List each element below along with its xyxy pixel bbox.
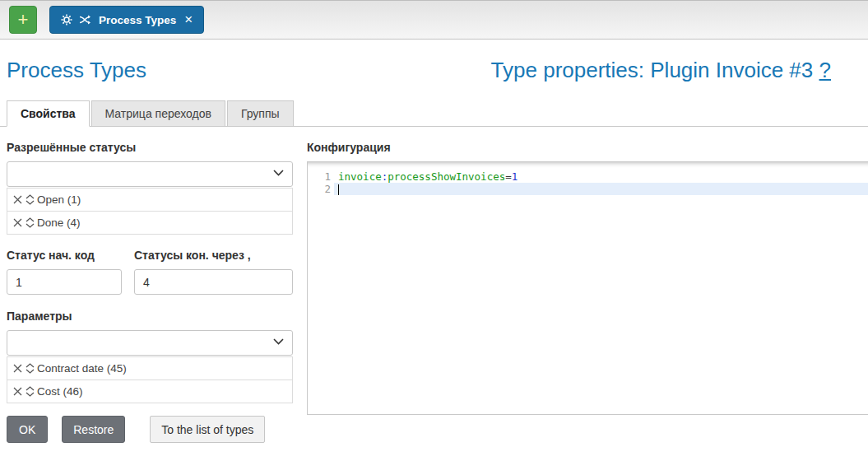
code-line: 1 invoice:processShowInvoices=1 xyxy=(308,170,868,183)
start-status-input[interactable] xyxy=(7,269,122,295)
list-item: Done (4) xyxy=(7,211,293,235)
restore-button[interactable]: Restore xyxy=(62,416,125,443)
shuffle-icon[interactable] xyxy=(79,15,92,25)
code-line-active: 2 xyxy=(308,183,868,195)
tab-transition-matrix[interactable]: Матрица переходов xyxy=(91,100,225,127)
parameters-list: Contract date (45) Cost (46) xyxy=(7,356,293,403)
text-cursor xyxy=(338,184,339,195)
properties-form: Разрешённые статусы Open (1) xyxy=(7,141,293,443)
allowed-statuses-label: Разрешённые статусы xyxy=(7,141,293,154)
remove-icon[interactable] xyxy=(12,194,23,205)
remove-icon[interactable] xyxy=(12,363,23,374)
reorder-handle[interactable] xyxy=(26,363,35,374)
end-statuses-label: Статусы кон. через , xyxy=(134,249,293,262)
code-line-content xyxy=(334,183,868,195)
type-properties-title: Type properties: Plugin Invoice #3 ? xyxy=(491,58,831,83)
main-content: Разрешённые статусы Open (1) xyxy=(0,141,868,443)
list-item: Cost (46) xyxy=(7,380,293,403)
help-link[interactable]: ? xyxy=(819,58,831,82)
process-types-window-tab[interactable]: Process Types × xyxy=(49,6,204,34)
list-item-label: Open (1) xyxy=(37,193,81,206)
allowed-statuses-select[interactable] xyxy=(7,161,293,187)
list-item-label: Contract date (45) xyxy=(37,362,127,375)
start-status-field-group: Статус нач. код xyxy=(7,249,122,295)
allowed-statuses-list: Open (1) Done (4) xyxy=(7,188,293,235)
reorder-handle[interactable] xyxy=(26,386,35,397)
start-status-label: Статус нач. код xyxy=(7,249,122,262)
add-tab-button[interactable]: + xyxy=(9,6,37,34)
close-icon[interactable]: × xyxy=(184,12,193,28)
to-list-of-types-button[interactable]: To the list of types xyxy=(150,416,265,443)
ok-button[interactable]: OK xyxy=(7,416,48,443)
type-properties-text: Type properties: Plugin Invoice #3 xyxy=(491,58,814,82)
tab-strip: Свойства Матрица переходов Группы xyxy=(0,100,868,127)
tab-groups[interactable]: Группы xyxy=(227,100,294,127)
remove-icon[interactable] xyxy=(12,217,23,228)
tab-label: Process Types xyxy=(99,14,176,26)
list-item-label: Done (4) xyxy=(37,217,81,229)
page-header: Process Types Type properties: Plugin In… xyxy=(0,58,868,83)
code-line-content: invoice:processShowInvoices=1 xyxy=(334,170,868,183)
list-item: Contract date (45) xyxy=(7,356,293,380)
list-item: Open (1) xyxy=(7,188,293,212)
reorder-handle[interactable] xyxy=(26,194,35,205)
end-statuses-input[interactable] xyxy=(134,269,293,295)
page-title: Process Types xyxy=(7,58,146,83)
line-number: 1 xyxy=(308,170,334,183)
line-number: 2 xyxy=(308,183,334,195)
gear-icon[interactable] xyxy=(61,14,72,26)
configuration-panel: Конфигурация 1 invoice:processShowInvoic… xyxy=(307,141,868,443)
reorder-handle[interactable] xyxy=(26,217,35,228)
form-actions: OK Restore To the list of types xyxy=(7,416,293,443)
end-statuses-field-group: Статусы кон. через , xyxy=(134,249,293,295)
top-tab-bar: + Process Types × xyxy=(0,0,868,40)
parameters-label: Параметры xyxy=(7,310,293,323)
parameters-select[interactable] xyxy=(7,330,293,356)
remove-icon[interactable] xyxy=(12,386,23,397)
configuration-code-editor[interactable]: 1 invoice:processShowInvoices=1 2 xyxy=(307,161,868,415)
tab-properties[interactable]: Свойства xyxy=(7,100,90,127)
configuration-label: Конфигурация xyxy=(307,141,868,154)
list-item-label: Cost (46) xyxy=(37,385,83,398)
